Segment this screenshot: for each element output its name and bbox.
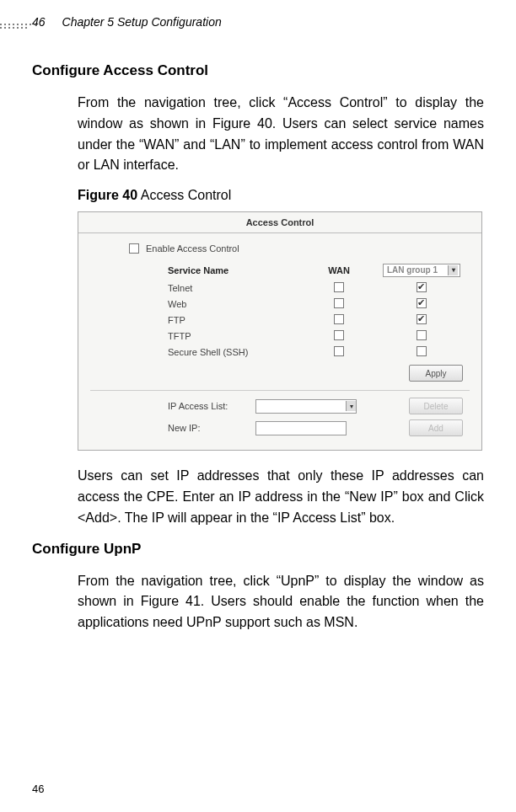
- new-ip-label: New IP:: [168, 423, 249, 433]
- web-lan-checkbox[interactable]: [417, 298, 427, 308]
- table-row: Secure Shell (SSH): [168, 344, 471, 360]
- telnet-wan-checkbox[interactable]: [334, 282, 344, 292]
- header-dots: [0, 24, 40, 32]
- chapter-title: Chapter 5 Setup Configuration: [62, 15, 222, 29]
- add-button[interactable]: Add: [409, 419, 463, 436]
- enable-access-control-checkbox[interactable]: [129, 243, 139, 254]
- table-row: TFTP: [168, 328, 471, 344]
- access-control-para-2: Users can set IP addresses that only the…: [78, 466, 484, 528]
- section-heading-upnp: Configure UpnP: [32, 541, 484, 558]
- ssh-wan-checkbox[interactable]: [334, 346, 344, 356]
- col-header-service: Service Name: [168, 265, 303, 275]
- enable-access-control-row: Enable Access Control: [129, 243, 470, 254]
- chevron-down-icon: ▾: [448, 265, 458, 275]
- table-row: FTP: [168, 312, 471, 328]
- figure40-caption: Figure 40 Access Control: [78, 188, 484, 203]
- lan-group-select-value: LAN group 1: [387, 265, 438, 275]
- ftp-wan-checkbox[interactable]: [334, 314, 344, 324]
- tftp-wan-checkbox[interactable]: [334, 330, 344, 340]
- panel-title: Access Control: [78, 212, 481, 232]
- service-name: Secure Shell (SSH): [168, 347, 303, 357]
- figure40-screenshot: Access Control Enable Access Control Ser…: [78, 211, 482, 451]
- delete-button[interactable]: Delete: [409, 398, 463, 414]
- page-header: 46 Chapter 5 Setup Configuration: [32, 15, 484, 29]
- table-row: Web: [168, 296, 471, 312]
- figure40-caption-bold: Figure 40: [78, 188, 137, 202]
- ssh-lan-checkbox[interactable]: [417, 346, 427, 356]
- new-ip-input[interactable]: [255, 421, 347, 435]
- section-heading-access-control: Configure Access Control: [32, 62, 484, 79]
- chevron-down-icon: ▾: [346, 401, 356, 411]
- service-name: Web: [168, 299, 303, 309]
- upnp-para-1: From the navigation tree, click “UpnP” t…: [78, 571, 484, 633]
- figure40-caption-rest: Access Control: [137, 188, 231, 202]
- divider: [90, 390, 470, 391]
- page-number-bottom: 46: [32, 783, 44, 795]
- apply-button[interactable]: Apply: [409, 365, 463, 382]
- enable-access-control-label: Enable Access Control: [146, 243, 239, 254]
- service-table: Service Name WAN LAN group 1 ▾ Telnet We…: [168, 262, 471, 360]
- telnet-lan-checkbox[interactable]: [417, 282, 427, 292]
- ftp-lan-checkbox[interactable]: [417, 314, 427, 324]
- ip-access-list-label: IP Access List:: [168, 401, 249, 411]
- web-wan-checkbox[interactable]: [334, 298, 344, 308]
- service-name: Telnet: [168, 283, 303, 293]
- access-control-para-1: From the navigation tree, click “Access …: [78, 93, 484, 176]
- service-name: TFTP: [168, 331, 303, 341]
- lan-group-select[interactable]: LAN group 1 ▾: [383, 264, 460, 277]
- col-header-wan: WAN: [303, 265, 375, 275]
- table-row: Telnet: [168, 280, 471, 296]
- col-header-lan: LAN group 1 ▾: [375, 264, 468, 277]
- service-name: FTP: [168, 315, 303, 325]
- tftp-lan-checkbox[interactable]: [417, 330, 427, 340]
- ip-access-list-select[interactable]: ▾: [255, 399, 357, 414]
- ip-section: IP Access List: ▾ Delete New IP: Add: [168, 398, 470, 436]
